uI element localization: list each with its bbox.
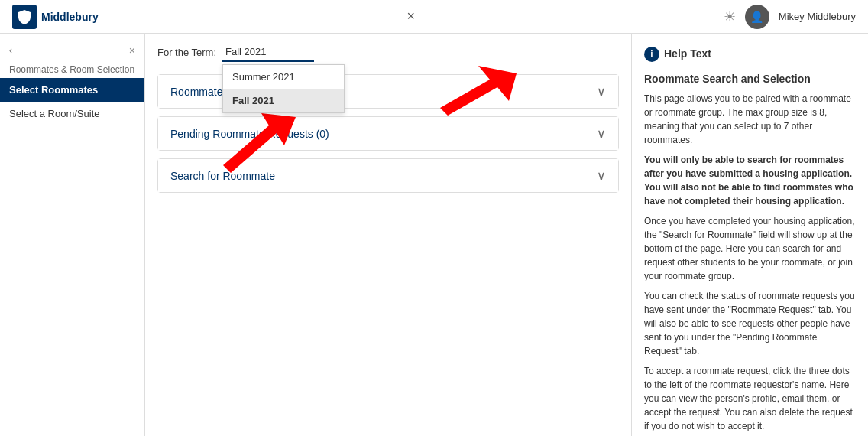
sidebar-header: ‹ × — [0, 40, 144, 61]
navbar-right: ☀ 👤 Mikey Middlebury — [724, 5, 856, 29]
navbar-close-button[interactable]: × — [401, 5, 422, 28]
content-area: For the Term: Fall 2021 Summer 2021 Fall… — [145, 34, 631, 436]
section-roommate-requests-chevron: ∨ — [597, 84, 606, 99]
back-chevron-icon: ‹ — [9, 45, 12, 56]
term-dropdown: Summer 2021 Fall 2021 — [222, 64, 345, 113]
logo-shield — [12, 5, 37, 29]
shield-icon — [17, 9, 32, 24]
sidebar-back[interactable]: ‹ — [9, 45, 12, 56]
app-logo: Middlebury — [12, 5, 99, 29]
section-search-roommate-title: Search for Roommate — [170, 170, 275, 182]
term-option-fall[interactable]: Fall 2021 — [223, 89, 344, 112]
username-label: Mikey Middlebury — [779, 11, 856, 22]
section-pending-requests-title: Pending Roommate Requests (0) — [170, 128, 329, 140]
sidebar-item-select-roommates[interactable]: Select Roommates — [0, 78, 144, 102]
term-row: For the Term: Fall 2021 Summer 2021 Fall… — [157, 43, 619, 62]
help-para4: You can check the status of roommate req… — [644, 289, 856, 358]
help-header: i Help Text — [644, 46, 856, 62]
help-panel-title: Help Text — [664, 46, 711, 62]
help-icon: i — [644, 47, 659, 62]
section-pending-requests-chevron: ∨ — [597, 126, 606, 141]
help-para2: You will only be able to search for room… — [644, 153, 856, 208]
sidebar-item-select-room[interactable]: Select a Room/Suite — [0, 102, 144, 125]
section-search-roommate: Search for Roommate ∨ — [157, 158, 619, 193]
term-label: For the Term: — [157, 47, 216, 58]
main-layout: ‹ × Roommates & Room Selection Select Ro… — [0, 34, 868, 436]
section-pending-requests-header[interactable]: Pending Roommate Requests (0) ∨ — [158, 117, 618, 150]
sidebar: ‹ × Roommates & Room Selection Select Ro… — [0, 34, 145, 436]
sidebar-close-button[interactable]: × — [129, 44, 135, 57]
avatar: 👤 — [745, 5, 769, 29]
theme-toggle-icon[interactable]: ☀ — [724, 8, 736, 25]
navbar-left: Middlebury — [12, 5, 99, 29]
sidebar-section-label: Roommates & Room Selection — [0, 61, 144, 78]
term-option-summer[interactable]: Summer 2021 — [223, 65, 344, 89]
logo-text: Middlebury — [41, 11, 99, 23]
help-section1-title: Roommate Search and Selection — [644, 71, 856, 87]
section-pending-requests: Pending Roommate Requests (0) ∨ — [157, 116, 619, 151]
help-panel: i Help Text Roommate Search and Selectio… — [631, 34, 868, 436]
section-search-roommate-header[interactable]: Search for Roommate ∨ — [158, 159, 618, 192]
help-para5: To accept a roommate request, click the … — [644, 364, 856, 433]
navbar: Middlebury × ☀ 👤 Mikey Middlebury — [0, 0, 868, 34]
help-para1: This page allows you to be paired with a… — [644, 92, 856, 147]
term-select-display[interactable]: Fall 2021 — [222, 43, 314, 62]
section-search-roommate-chevron: ∨ — [597, 168, 606, 183]
term-dropdown-wrapper[interactable]: Fall 2021 Summer 2021 Fall 2021 — [222, 43, 314, 62]
help-para3: Once you have completed your housing app… — [644, 214, 856, 283]
